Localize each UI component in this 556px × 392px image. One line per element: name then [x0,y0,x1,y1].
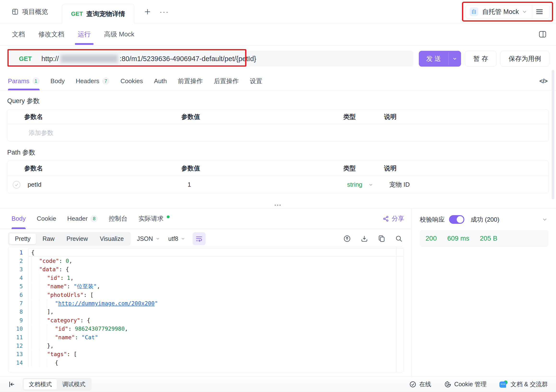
scrollbar[interactable] [552,70,554,199]
query-params-title: Query 参数 [7,97,39,105]
tab-response-header[interactable]: Header 8 [67,208,98,229]
mode-pretty[interactable]: Pretty [9,233,36,244]
download-icon[interactable] [361,235,368,242]
col-param-value: 参数值 [181,113,343,121]
debug-mode-button[interactable]: 调试模式 [57,379,91,390]
encoding-select[interactable]: utf8 [168,235,186,242]
param-type-select[interactable]: string [343,181,384,188]
top-tab-bar: 项目概览 GET 查询宠物详情 ··· 自 自托管 Mock [0,0,556,23]
validate-response-toggle[interactable] [449,215,464,224]
format-select[interactable]: JSON [137,235,160,242]
param-enabled-check-icon[interactable] [13,181,20,188]
stash-button[interactable]: 暂 存 [465,51,496,67]
tab-list-more-button[interactable]: ··· [159,6,170,17]
add-param-row[interactable]: 添加参数 [8,124,548,141]
tab-settings[interactable]: 设置 [250,72,263,90]
response-actions [343,235,403,242]
code-line: 6"photoUrls": [ [8,291,403,299]
collapse-sidebar-icon[interactable] [8,381,15,388]
tab-project-overview-label: 项目概览 [22,8,48,16]
response-size: 205 B [480,234,497,242]
view-mode-switch: Pretty Raw Preview Visualize [8,232,131,246]
col-param-value: 参数值 [181,164,343,173]
code-line: 1{ [8,248,403,257]
send-options-chevron-icon[interactable] [448,51,461,67]
mode-visualize[interactable]: Visualize [94,233,130,244]
request-url-row: GET http://:80/m1/5239636-4906947-defaul… [0,45,556,72]
chevron-down-icon[interactable] [542,216,548,223]
tab-project-overview[interactable]: 项目概览 [12,0,48,23]
word-wrap-icon[interactable] [193,232,206,245]
tab-body[interactable]: Body [51,72,65,90]
search-icon[interactable] [395,235,403,242]
pane-resize-handle[interactable]: ••• [270,203,286,208]
param-desc[interactable]: 宠物 ID [384,181,548,189]
tab-auth[interactable]: Auth [154,72,167,90]
response-json-editor[interactable]: 1{2"code": 0,3"data": {4"id": 1,5"name":… [8,247,404,372]
docs-community-button[interactable]: 文档 & 交流群 [499,380,548,388]
tab-pre-ops[interactable]: 前置操作 [178,72,203,90]
tab-run[interactable]: 运行 [78,23,91,45]
tab-actual-request[interactable]: 实际请求 [139,208,170,229]
save-as-case-button[interactable]: 保存为用例 [500,51,549,67]
tab-edit-docs[interactable]: 修改文档 [38,23,64,45]
mode-preview[interactable]: Preview [61,233,93,244]
code-line: 7"http://dummyimage.com/200x200" [8,299,403,307]
cookie-icon [444,381,451,388]
footer-right: 在线 Cookie 管理 文档 & 交流群 [409,380,548,388]
tab-advanced-mock[interactable]: 高级 Mock [104,23,134,45]
online-status[interactable]: 在线 [409,380,431,388]
tab-cookies[interactable]: Cookies [120,72,143,90]
code-line: 11"name": "Cat" [8,333,403,341]
code-line: 8], [8,308,403,316]
tab-get-pet-detail[interactable]: GET 查询宠物详情 [62,4,134,23]
code-line: 9"category": { [8,316,403,324]
generate-code-icon[interactable]: </> [540,78,547,85]
response-toolbar: Pretty Raw Preview Visualize JSON utf8 [0,229,411,248]
share-label: 分享 [392,214,404,223]
response-time: 609 ms [447,234,469,242]
tab-post-ops[interactable]: 后置操作 [214,72,239,90]
copy-icon[interactable] [378,235,386,242]
tab-headers[interactable]: Headers 7 [76,72,109,90]
url-value: http://:80/m1/5239636-4906947-default/pe… [41,55,256,63]
response-header-count-badge: 8 [90,215,98,222]
mock-env-selector: 自 自托管 Mock [466,5,549,19]
validation-row: 校验响应 成功 (200) [412,215,556,224]
chat-bubbles-icon [499,380,508,388]
chevron-down-icon[interactable] [522,9,527,15]
send-button-label: 发 送 [419,51,448,67]
path-params-table: 参数名 参数值 类型 说明 petId 1 string 宠物 ID [7,160,549,193]
doc-mode-button[interactable]: 文档模式 [23,379,57,390]
check-circle-icon [409,381,417,388]
tab-params[interactable]: Params 1 [8,72,39,90]
tab-response-body[interactable]: Body [12,208,26,229]
upload-icon[interactable] [343,235,351,242]
mode-raw[interactable]: Raw [37,233,60,244]
param-value[interactable]: 1 [181,181,343,188]
col-type: 类型 [343,113,384,121]
response-tabs: Body Cookie Header 8 控制台 实际请求 分享 [0,208,411,229]
code-lines: 1{2"code": 0,3"data": {4"id": 1,5"name":… [8,248,403,367]
response-left-pane: Body Cookie Header 8 控制台 实际请求 分享 Pretty [0,208,412,376]
code-line: 12}, [8,341,403,350]
method-badge: GET [71,11,83,17]
url-input[interactable]: GET http://:80/m1/5239636-4906947-defaul… [8,51,413,67]
new-tab-button[interactable] [142,6,153,17]
col-desc: 说明 [384,113,548,121]
mock-env-label[interactable]: 自托管 Mock [482,8,519,16]
mode-switch: 文档模式 调试模式 [23,378,92,391]
layout-split-icon[interactable] [539,31,546,38]
tab-console[interactable]: 控制台 [109,208,127,229]
self-hosted-badge-icon: 自 [470,8,478,16]
tab-docs[interactable]: 文档 [12,23,25,45]
env-menu-button[interactable] [532,5,547,19]
send-button[interactable]: 发 送 [419,51,461,67]
status-code: 200 [425,234,437,242]
share-button[interactable]: 分享 [383,214,404,223]
footer-bar: 文档模式 调试模式 在线 Cookie 管理 文档 & 交流群 [0,376,556,392]
cookie-manager-button[interactable]: Cookie 管理 [444,380,487,388]
param-name[interactable]: petId [28,181,41,188]
tab-response-cookie[interactable]: Cookie [37,208,56,229]
url-method-label: GET [19,55,32,62]
